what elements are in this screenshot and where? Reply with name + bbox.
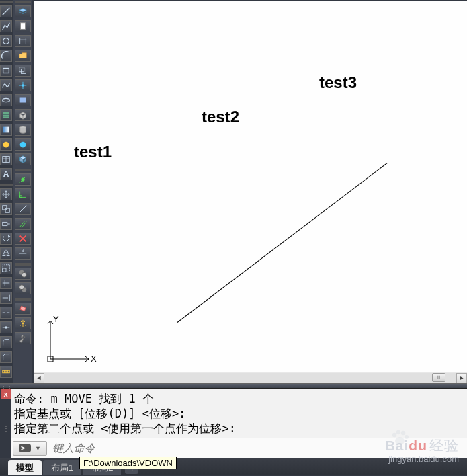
command-line: 命令: m MOVE 找到 1 个	[14, 391, 464, 406]
point-icon[interactable]	[15, 79, 31, 91]
svg-rect-38	[20, 98, 26, 103]
constraint-delete-icon[interactable]	[15, 233, 31, 245]
svg-point-62	[392, 433, 396, 437]
open-icon[interactable]	[15, 50, 31, 62]
toolbar-grip[interactable]	[15, 298, 31, 301]
scroll-thumb[interactable]	[432, 373, 445, 382]
svg-line-0	[3, 8, 10, 15]
svg-point-65	[405, 435, 409, 439]
text-icon[interactable]: A	[0, 168, 12, 180]
hatch-icon[interactable]	[0, 109, 12, 121]
move-icon[interactable]	[0, 188, 12, 200]
toolbar-left-1: A	[0, 0, 13, 383]
toolbar-grip[interactable]	[15, 1, 31, 3]
spline-icon[interactable]	[0, 79, 12, 91]
ucs-icon: X Y	[42, 315, 97, 368]
constraint-line-icon[interactable]	[15, 203, 31, 215]
dim-length-icon[interactable]: d	[15, 247, 31, 260]
svg-rect-12	[3, 206, 7, 210]
svg-point-56	[19, 285, 24, 290]
tab-model[interactable]: 模型	[8, 460, 42, 475]
mirror-icon[interactable]	[0, 247, 12, 260]
measure-icon[interactable]	[0, 366, 12, 378]
svg-rect-15	[3, 268, 6, 272]
polyline-icon[interactable]	[0, 20, 12, 32]
toolbar-left-2: d	[13, 0, 32, 383]
cylinder-icon[interactable]	[15, 124, 31, 136]
circle-icon[interactable]	[0, 35, 12, 47]
table-icon[interactable]	[0, 153, 12, 165]
new-icon[interactable]	[15, 20, 31, 32]
close-command-panel-button[interactable]: x	[1, 389, 11, 399]
svg-line-42	[20, 177, 26, 183]
scroll-left-arrow[interactable]: ◄	[34, 373, 44, 383]
dimension-icon[interactable]	[15, 35, 31, 47]
text-label-1[interactable]: test1	[74, 143, 112, 161]
chamfer-icon[interactable]	[0, 351, 12, 363]
extend-icon[interactable]	[0, 292, 12, 304]
svg-rect-13	[5, 208, 9, 212]
svg-line-47	[20, 221, 25, 227]
panel-divider[interactable]: ⋮⋮	[0, 383, 467, 389]
watermark-paw-icon	[390, 429, 410, 446]
box-icon[interactable]	[15, 109, 31, 121]
toolbar-grip[interactable]	[0, 184, 13, 186]
fillet-icon[interactable]	[0, 336, 12, 348]
stretch-icon[interactable]	[0, 218, 12, 230]
region-icon[interactable]	[0, 138, 12, 151]
toolbar-grip[interactable]	[15, 263, 31, 266]
horizontal-scrollbar[interactable]: ◄ ►	[34, 372, 467, 383]
wrench-icon[interactable]	[15, 332, 31, 344]
scroll-right-arrow[interactable]: ►	[456, 373, 467, 383]
draworder-back-icon[interactable]	[15, 282, 31, 294]
scroll-track[interactable]	[44, 373, 456, 383]
command-line: 指定基点或 [位移(D)] <位移>:	[14, 406, 464, 421]
toolbar-grip[interactable]	[15, 169, 31, 171]
arc-icon[interactable]	[0, 50, 12, 62]
offset-icon[interactable]	[15, 65, 31, 77]
chevron-down-icon: ▼	[35, 445, 41, 452]
gradient-icon[interactable]	[0, 124, 12, 136]
constraint-parallel-icon[interactable]	[15, 218, 31, 230]
constraint-perp-icon[interactable]	[15, 188, 31, 200]
svg-point-61	[395, 437, 405, 445]
constraint-point-icon[interactable]	[15, 173, 31, 186]
join-icon[interactable]	[0, 321, 12, 333]
layer-icon[interactable]	[15, 5, 31, 17]
tooltip: F:\Downloads\VDOWN	[79, 457, 177, 469]
erase-icon[interactable]	[15, 303, 31, 315]
solid-icon[interactable]	[15, 94, 31, 106]
svg-line-48	[22, 222, 26, 228]
copy-icon[interactable]	[0, 203, 12, 215]
ellipse-icon[interactable]	[0, 94, 12, 106]
svg-rect-2	[3, 69, 9, 73]
svg-line-46	[19, 206, 27, 213]
layout-tabs: 模型 布局1 布局2 + F:\Downloads\VDOWN	[0, 458, 467, 475]
line-icon[interactable]	[0, 5, 12, 17]
text-label-3[interactable]: test3	[319, 73, 357, 92]
ucs-x-label: X	[91, 354, 97, 364]
trim-icon[interactable]	[0, 277, 12, 289]
svg-point-63	[396, 430, 400, 434]
command-side-handle[interactable]: x ⋮	[0, 389, 11, 458]
draworder-icon[interactable]	[15, 268, 31, 280]
toolbar-grip[interactable]	[0, 1, 13, 3]
scale-icon[interactable]	[0, 262, 12, 274]
drawing-canvas[interactable]: test1 test2 test3 X Y ◄ ►	[34, 1, 467, 383]
svg-rect-34	[21, 69, 26, 73]
text-label-2[interactable]: test2	[202, 108, 239, 126]
line-entity[interactable]	[177, 163, 388, 323]
svg-rect-7	[3, 127, 9, 133]
break-icon[interactable]	[0, 307, 12, 319]
3d-icon[interactable]	[15, 153, 31, 165]
svg-point-40	[20, 142, 26, 148]
svg-point-64	[401, 431, 405, 435]
explode-icon[interactable]	[15, 317, 31, 329]
command-prompt-button[interactable]: >_ ▼	[13, 441, 47, 456]
tab-layout1[interactable]: 布局1	[43, 460, 81, 475]
rectangle-icon[interactable]	[0, 65, 12, 77]
svg-point-8	[3, 142, 9, 148]
render-icon[interactable]	[15, 138, 31, 151]
rotate-icon[interactable]	[0, 233, 12, 245]
svg-point-3	[3, 98, 10, 102]
